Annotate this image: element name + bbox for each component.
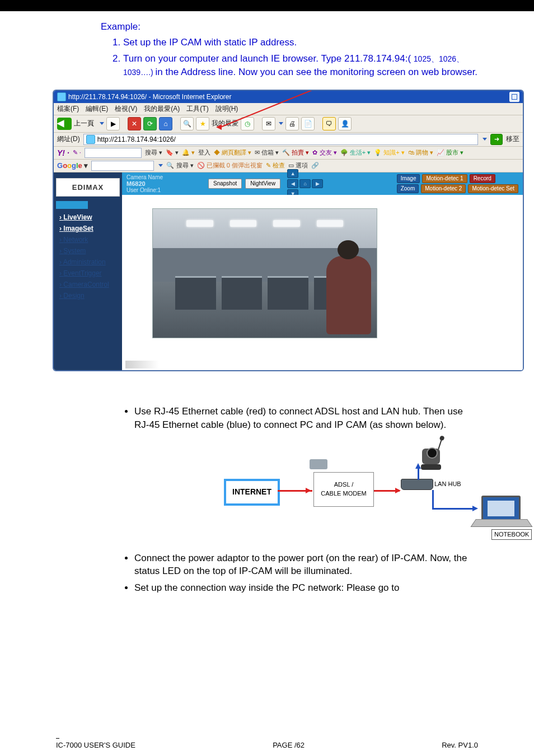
example-step-2-b: in the Address line. Now you can see the…: [156, 67, 478, 77]
ptz-up-button[interactable]: ▲: [287, 169, 298, 178]
ptz-home-button[interactable]: ⌂: [299, 179, 311, 188]
yahoo-logo[interactable]: Y! ·: [57, 148, 69, 157]
google-item-link[interactable]: 🔗: [311, 162, 319, 169]
back-button[interactable]: ◀: [57, 118, 72, 130]
yahoo-item-auction[interactable]: 🔨 拍賣 ▾: [282, 148, 309, 157]
back-caret-icon[interactable]: [100, 122, 104, 125]
google-caret-icon[interactable]: [158, 164, 163, 167]
window-titlebar[interactable]: http://211.78.174.94:1026/ - Microsoft I…: [54, 91, 523, 103]
yahoo-item-stock[interactable]: 📈 股市 ▾: [437, 148, 463, 157]
side-item-liveview[interactable]: › LiveView: [59, 213, 116, 221]
history-button[interactable]: ◷: [241, 117, 254, 130]
side-item-network[interactable]: › Network: [59, 236, 116, 244]
side-item-imageset[interactable]: › ImageSet: [59, 225, 116, 232]
yahoo-item-life[interactable]: 🌳 生活+ ▾: [340, 148, 371, 157]
diagram-modem-label-2: CABLE MODEM: [321, 489, 366, 498]
diagram-hub: LAN HUB: [401, 479, 433, 490]
yahoo-item-translate[interactable]: ◆ 網頁翻譯 ▾: [214, 148, 251, 157]
menu-help[interactable]: 說明(H): [216, 104, 238, 114]
yahoo-pencil-icon[interactable]: ✎ ·: [73, 149, 81, 156]
go-button[interactable]: ➜: [490, 134, 503, 145]
toolbar[interactable]: ◀ 上一頁 ▶ ✕ ⟳ ⌂ 🔍 ★ 我的最愛 ◷ ✉ 🖨 📄 🗨 👤: [54, 115, 523, 133]
yahoo-item-login[interactable]: 登入: [198, 148, 210, 157]
address-url-text: http://211.78.174.94:1026/: [97, 136, 176, 143]
stop-button[interactable]: ✕: [128, 117, 141, 130]
address-input[interactable]: http://211.78.174.94:1026/: [83, 134, 478, 145]
ptz-right-button[interactable]: ▶: [312, 179, 323, 188]
google-item-search[interactable]: 🔍 搜尋 ▾: [166, 161, 193, 170]
yahoo-search-input[interactable]: [85, 148, 142, 158]
zoom-button[interactable]: Zoom: [397, 184, 419, 193]
side-item-design[interactable]: › Design: [59, 292, 116, 300]
home-button[interactable]: ⌂: [159, 117, 172, 130]
yahoo-item-search[interactable]: 搜尋 ▾: [145, 148, 162, 157]
edit-doc-button[interactable]: 📄: [301, 117, 315, 130]
discuss-button[interactable]: 🗨: [322, 117, 336, 130]
google-item-popup[interactable]: 🚫 已攔截 0 個彈出視窗: [197, 161, 263, 170]
yahoo-item-bookmark[interactable]: 🔖 ▾: [166, 149, 179, 156]
address-label: 網址(D): [57, 134, 80, 144]
yahoo-item-knowledge[interactable]: 💡 知識+ ▾: [374, 148, 405, 157]
yahoo-item-shopping[interactable]: 🛍 購物 ▾: [408, 148, 433, 157]
refresh-button[interactable]: ⟳: [143, 117, 157, 130]
yahoo-toolbar[interactable]: Y! · ✎ · 搜尋 ▾ 🔖 ▾ 🔔 ▾ 登入 ◆ 網頁翻譯 ▾ ✉ 信箱 ▾…: [54, 147, 523, 160]
motion2-button[interactable]: Motion-detec 2: [421, 184, 466, 193]
diagram-modem-icon: [310, 459, 327, 469]
side-item-system[interactable]: › System: [59, 247, 116, 255]
menu-view[interactable]: 檢視(V): [115, 104, 137, 114]
yahoo-item-mail[interactable]: ✉ 信箱 ▾: [255, 148, 279, 157]
google-logo[interactable]: Google ▾: [57, 161, 88, 170]
messenger-button[interactable]: 👤: [338, 117, 352, 130]
yahoo-item-bell[interactable]: 🔔 ▾: [182, 149, 195, 156]
mail-caret-icon[interactable]: [279, 122, 283, 125]
menu-tools[interactable]: 工具(T): [186, 104, 208, 114]
footer-left: IC-7000 USER'S GUIDE: [56, 741, 135, 749]
address-caret-icon[interactable]: [483, 138, 487, 141]
brand-logo: EDIMAX: [56, 178, 120, 197]
app-footer: [122, 359, 523, 370]
sidebar: EDIMAX › LiveView › ImageSet › Network ›…: [54, 172, 122, 370]
right-action-buttons: Image Motion-detec 1 Record Zoom Motion-…: [397, 174, 518, 193]
side-tabstrip[interactable]: [56, 201, 120, 209]
forward-button[interactable]: ▶: [106, 117, 120, 130]
go-label: 移至: [506, 134, 519, 144]
menu-file[interactable]: 檔案(F): [57, 104, 79, 114]
yahoo-item-friends[interactable]: ✿ 交友 ▾: [312, 148, 336, 157]
side-menu[interactable]: › LiveView › ImageSet › Network › System…: [54, 213, 122, 300]
menu-fav[interactable]: 我的最愛(A): [144, 104, 180, 114]
image-button[interactable]: Image: [397, 174, 420, 183]
ptz-buttons[interactable]: ▲ ◀ ⌂ ▶ ▼: [287, 169, 323, 198]
bullet-1: Use RJ-45 Ethernet cable (red) to connec…: [134, 405, 478, 546]
window-maximize-button[interactable]: [509, 92, 519, 102]
side-item-admin[interactable]: › Administration: [59, 258, 116, 266]
user-online-label: User Online:1: [127, 187, 205, 193]
search-button[interactable]: 🔍: [180, 117, 194, 130]
main-header: Camera Name M6820 User Online:1 Snapshot…: [122, 172, 523, 195]
camera-image: [152, 208, 377, 338]
diagram-modem-box: ADSL / CABLE MODEM: [313, 472, 374, 507]
mail-button[interactable]: ✉: [262, 117, 275, 130]
back-label: 上一頁: [74, 119, 94, 128]
address-bar[interactable]: 網址(D) http://211.78.174.94:1026/ ➜ 移至: [54, 133, 523, 147]
nightview-button[interactable]: NightView: [245, 179, 280, 189]
motion-set-button[interactable]: Motion-detec Set: [468, 184, 518, 193]
menu-edit[interactable]: 編輯(E): [86, 104, 108, 114]
diagram-ipcam: [414, 438, 448, 470]
motion1-button[interactable]: Motion-detec 1: [422, 174, 467, 183]
google-item-spell[interactable]: ✎ 檢查: [266, 161, 285, 170]
page-top-black-bar: [0, 0, 534, 10]
diagram-hub-label: LAN HUB: [434, 480, 461, 488]
main-panel: Camera Name M6820 User Online:1 Snapshot…: [122, 172, 523, 370]
record-button[interactable]: Record: [470, 174, 495, 183]
snapshot-button[interactable]: Snapshot: [208, 179, 242, 189]
live-view-area[interactable]: [122, 195, 523, 359]
side-item-control[interactable]: › CameraControl: [59, 281, 116, 288]
footer-center: PAGE /62: [273, 741, 305, 749]
ptz-left-button[interactable]: ◀: [287, 179, 298, 188]
favorites-button[interactable]: ★: [196, 117, 209, 130]
bullet-3: Set up the connection way inside the PC …: [134, 581, 478, 595]
menubar[interactable]: 檔案(F) 編輯(E) 檢視(V) 我的最愛(A) 工具(T) 說明(H): [54, 103, 523, 115]
print-button[interactable]: 🖨: [285, 117, 299, 130]
side-item-event[interactable]: › EventTrigger: [59, 269, 116, 277]
google-search-input[interactable]: [91, 161, 154, 171]
